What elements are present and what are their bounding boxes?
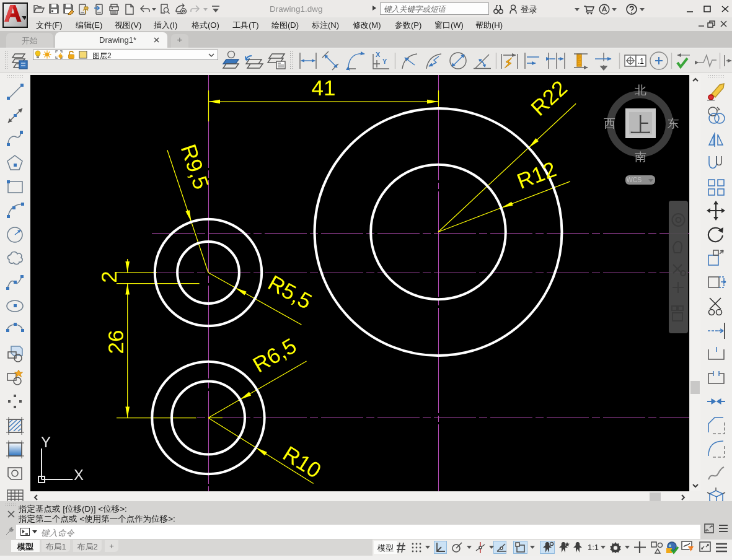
svg-text:上: 上 [630, 114, 651, 136]
svg-text:26: 26 [104, 330, 128, 354]
svg-text:R6,5: R6,5 [249, 333, 301, 377]
svg-text:西: 西 [604, 117, 615, 130]
svg-text:!: ! [689, 547, 690, 551]
svg-text:X: X [376, 51, 381, 58]
svg-text:Y: Y [382, 58, 387, 65]
svg-text:东: 东 [668, 117, 679, 130]
svg-text:北: 北 [635, 84, 646, 97]
svg-text:.1: .1 [638, 57, 644, 66]
svg-text:Y: Y [41, 434, 51, 450]
svg-text:WCS: WCS [627, 176, 642, 183]
svg-text:41: 41 [312, 76, 336, 100]
svg-text:2: 2 [97, 271, 121, 282]
svg-text:R5,5: R5,5 [264, 270, 316, 313]
svg-text:X: X [74, 466, 84, 483]
svg-text:南: 南 [635, 151, 646, 164]
svg-text:1:1: 1:1 [588, 543, 599, 552]
